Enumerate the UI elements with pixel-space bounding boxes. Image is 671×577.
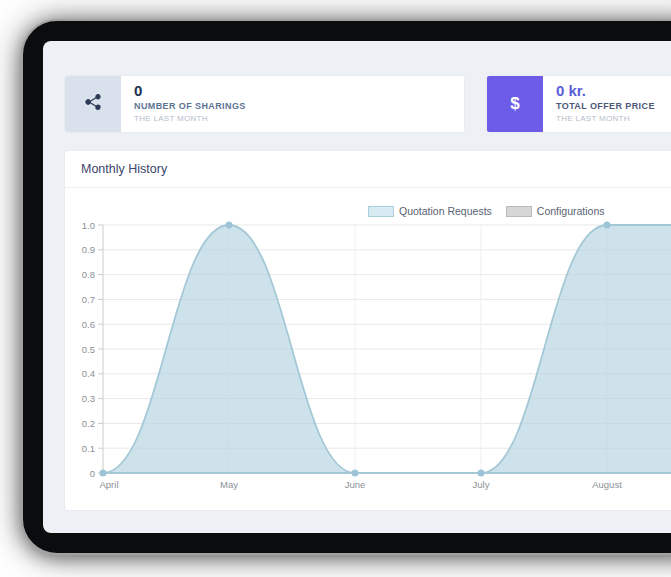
svg-text:August: August: [592, 479, 622, 490]
svg-text:July: July: [473, 479, 490, 490]
configurations-swatch: [506, 206, 532, 217]
offer-price-value: 0 kr.: [556, 83, 655, 98]
svg-text:0.6: 0.6: [82, 319, 95, 330]
svg-text:0.3: 0.3: [82, 393, 95, 404]
svg-text:0.4: 0.4: [82, 368, 95, 379]
svg-text:0.2: 0.2: [82, 418, 95, 429]
dollar-icon-box: $: [487, 76, 543, 132]
svg-text:1.0: 1.0: [82, 220, 95, 231]
legend-item-configurations[interactable]: Configurations: [506, 205, 605, 217]
legend-label: Configurations: [537, 205, 605, 217]
quotation-requests-swatch: [368, 206, 394, 217]
dollar-icon: $: [510, 94, 519, 114]
monthly-history-card: Monthly History Quotation Requests Confi…: [64, 150, 671, 511]
share-icon: [83, 92, 103, 116]
offer-price-period: THE LAST MONTH: [556, 115, 655, 123]
tablet-frame: 0 NUMBER OF SHARINGS THE LAST MONTH $ 0 …: [21, 19, 671, 555]
share-icon-box: [65, 76, 121, 132]
chart-legend: Quotation Requests Configurations: [368, 205, 605, 217]
sharings-value: 0: [134, 83, 246, 98]
svg-text:June: June: [345, 479, 366, 490]
offer-price-label: TOTAL OFFER PRICE: [556, 102, 655, 111]
svg-text:0.8: 0.8: [82, 269, 95, 280]
svg-text:May: May: [220, 479, 238, 490]
svg-text:0.1: 0.1: [82, 443, 95, 454]
dashboard-screen: 0 NUMBER OF SHARINGS THE LAST MONTH $ 0 …: [43, 41, 671, 533]
svg-text:0: 0: [90, 468, 95, 479]
svg-text:0.9: 0.9: [82, 244, 95, 255]
offer-price-stat-card: $ 0 kr. TOTAL OFFER PRICE THE LAST MONTH: [486, 75, 671, 133]
chart-title: Monthly History: [65, 151, 671, 188]
legend-item-quotation-requests[interactable]: Quotation Requests: [368, 205, 492, 217]
page: 0 NUMBER OF SHARINGS THE LAST MONTH $ 0 …: [0, 0, 671, 577]
sharings-stat-card: 0 NUMBER OF SHARINGS THE LAST MONTH: [64, 75, 465, 133]
svg-text:April: April: [99, 479, 118, 490]
legend-label: Quotation Requests: [399, 205, 492, 217]
sharings-period: THE LAST MONTH: [134, 115, 246, 123]
svg-text:0.5: 0.5: [82, 344, 95, 355]
svg-text:0.7: 0.7: [82, 294, 95, 305]
sharings-label: NUMBER OF SHARINGS: [134, 102, 246, 111]
